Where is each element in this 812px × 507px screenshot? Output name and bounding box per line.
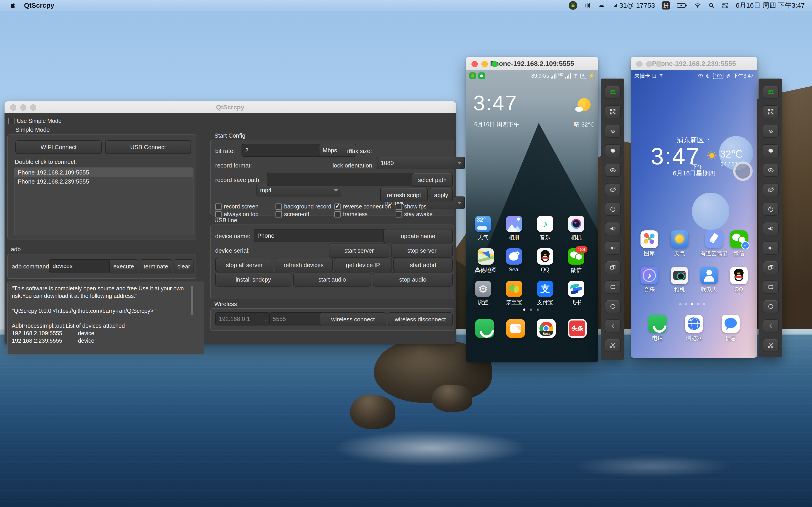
app-seal[interactable]: Seal: [506, 248, 522, 273]
net-stats-item[interactable]: 31@·17753: [612, 2, 655, 9]
app-music[interactable]: ♪ 音乐: [641, 267, 658, 293]
phone2-titlebar[interactable]: Phone-192.168.2.239:5555: [631, 57, 757, 70]
dock-browser[interactable]: 浏览器: [685, 315, 703, 342]
dock-toutiao[interactable]: 头条: [568, 319, 587, 338]
app-youdao-note[interactable]: 有道云笔记: [700, 230, 727, 257]
adb-command-input[interactable]: devices: [49, 260, 113, 273]
checkbox-box[interactable]: [335, 211, 341, 218]
app-settings[interactable]: ⚙ 设置: [475, 281, 491, 306]
background-record-checkbox[interactable]: background record: [275, 203, 331, 210]
back-button[interactable]: [605, 319, 621, 333]
screen-off-button[interactable]: [605, 183, 621, 196]
wireless-ip-input[interactable]: 192.168.0.1: [215, 313, 270, 326]
app-contacts[interactable]: 联系人: [700, 267, 718, 293]
stop-audio-button[interactable]: stop audio: [373, 273, 453, 287]
battery-icon[interactable]: [677, 2, 687, 9]
checkbox-box[interactable]: [215, 211, 221, 218]
volume-down-button[interactable]: [605, 241, 621, 255]
dock-phone[interactable]: 电话: [648, 315, 667, 342]
input-method-badge[interactable]: 拼: [662, 1, 670, 9]
menu-clock[interactable]: 6月16日 周四 下午3:47: [735, 1, 805, 10]
wireless-disconnect-button[interactable]: wireless disconnect: [388, 313, 453, 326]
app-camera[interactable]: 相机: [568, 216, 584, 241]
wireless-port-input[interactable]: 5555: [269, 313, 324, 326]
app-music[interactable]: ♪ 音乐: [537, 216, 553, 241]
start-adbd-button[interactable]: start adbd: [393, 258, 453, 272]
full-screen-button[interactable]: [763, 105, 779, 118]
checkbox-box[interactable]: [275, 211, 282, 218]
update-name-button[interactable]: update name: [383, 229, 453, 243]
checkbox-box[interactable]: [396, 211, 402, 218]
dock-messages[interactable]: 信息: [722, 315, 740, 342]
minimize-button[interactable]: [481, 61, 488, 67]
touch-button[interactable]: [763, 144, 779, 157]
record-screen-checkbox[interactable]: record screen: [215, 203, 258, 210]
app-feishu[interactable]: 飞书: [568, 281, 584, 306]
app-weather[interactable]: 32° 天气: [475, 216, 491, 241]
app-wechat[interactable]: 189 微信: [568, 248, 584, 274]
device-name-input[interactable]: Phone: [254, 229, 388, 242]
headset-status-icon[interactable]: [598, 2, 605, 9]
app-qq[interactable]: QQ: [537, 248, 553, 273]
screen-shot-button[interactable]: [605, 339, 621, 352]
phone2-screen[interactable]: 未插卡 100 下午3:47 浦东新区 3:47 下午 32℃: [631, 70, 757, 357]
phone1-screen[interactable]: 89.9K/s HD 5 ⚡ 3:47 6月16日 周四下午 晴 32°C 32…: [466, 70, 598, 362]
home-button[interactable]: [605, 300, 621, 313]
adb-log-output[interactable]: "This software is completely open source…: [7, 282, 204, 354]
apple-menu[interactable]: [9, 2, 16, 9]
checkbox-box[interactable]: [8, 118, 14, 124]
wireless-connect-button[interactable]: wireless connect: [320, 313, 386, 326]
clear-button[interactable]: clear: [173, 260, 194, 273]
app-qq[interactable]: QQ: [730, 267, 748, 292]
checkbox-box[interactable]: [396, 204, 402, 210]
close-button[interactable]: [636, 61, 643, 67]
get-device-ip-button[interactable]: get device IP: [334, 258, 392, 272]
apply-button[interactable]: apply: [429, 188, 453, 202]
app-switch-button[interactable]: [763, 261, 779, 274]
device-list[interactable]: Phone-192.168.2.109:5555 Phone-192.168.2…: [14, 168, 194, 235]
equalizer-status-icon[interactable]: [584, 2, 591, 9]
checkbox-box[interactable]: [215, 204, 221, 210]
search-icon[interactable]: [708, 2, 715, 9]
home-button[interactable]: [763, 300, 779, 313]
device-list-item[interactable]: Phone-192.168.2.109:5555: [14, 168, 193, 177]
use-simple-mode-checkbox[interactable]: Use Simple Mode: [8, 118, 61, 124]
wifi-connect-button[interactable]: WIFI Connect: [15, 140, 102, 154]
checkbox-box[interactable]: [275, 204, 282, 210]
control-center-icon[interactable]: [722, 2, 729, 9]
touch-button[interactable]: [605, 144, 621, 157]
app-alipay[interactable]: 支 支付宝: [537, 281, 553, 306]
dock-messages[interactable]: [506, 319, 525, 338]
app-qinbaobao[interactable]: 亲宝宝: [506, 281, 522, 306]
power-button[interactable]: [605, 203, 621, 216]
qtscrcpy-titlebar[interactable]: QtScrcpy: [5, 101, 456, 113]
zoom-button[interactable]: [30, 104, 36, 111]
refresh-script-button[interactable]: refresh script: [380, 188, 428, 202]
checkbox-box[interactable]: [335, 204, 341, 210]
full-screen-button[interactable]: [605, 105, 621, 118]
screen-shot-button[interactable]: [763, 339, 779, 352]
menu-app-name[interactable]: QtScrcpy: [24, 2, 54, 9]
minimize-button[interactable]: [646, 61, 653, 67]
expand-notify-button[interactable]: [605, 125, 621, 138]
dock-phone[interactable]: [475, 319, 494, 338]
select-path-button[interactable]: select path: [412, 173, 453, 187]
screen-up-button[interactable]: [763, 164, 779, 177]
power-button[interactable]: [763, 203, 779, 216]
screen-up-button[interactable]: [605, 164, 621, 177]
minimize-button[interactable]: [20, 104, 26, 111]
execute-button[interactable]: execute: [109, 260, 138, 273]
zoom-button[interactable]: [492, 61, 498, 67]
screen-off-button[interactable]: [763, 183, 779, 196]
show-fps-checkbox[interactable]: show fps: [396, 203, 426, 210]
usb-connect-button[interactable]: USB Connect: [105, 140, 191, 154]
style-button[interactable]: [605, 86, 621, 99]
install-sndcpy-button[interactable]: install sndcpy: [215, 273, 291, 287]
app-amap[interactable]: 高德地图: [475, 248, 497, 274]
screen-off-checkbox[interactable]: screen-off: [275, 211, 309, 218]
close-button[interactable]: [471, 61, 478, 67]
zoom-button[interactable]: [656, 61, 662, 67]
android-status-icon[interactable]: [569, 1, 577, 10]
phone1-titlebar[interactable]: Phone-192.168.2.109:5555: [466, 57, 598, 70]
always-on-top-checkbox[interactable]: always on top: [215, 211, 258, 218]
